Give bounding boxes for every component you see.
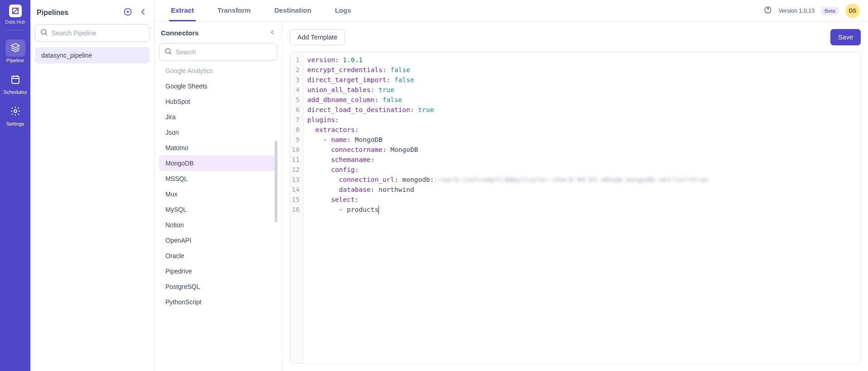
connector-item[interactable]: MySQL xyxy=(159,202,277,217)
app-name: Data Hub xyxy=(5,19,25,24)
code-line[interactable]: connection_url: mongodb://ward:coolcompt… xyxy=(307,175,857,185)
tab-logs[interactable]: Logs xyxy=(333,0,353,21)
pipelines-panel: Pipelines datasync_pipeline xyxy=(30,0,155,371)
nav-pipeline[interactable]: Pipeline xyxy=(0,36,30,68)
line-gutter: 12345678910111213141516 xyxy=(290,52,304,363)
connectors-scrollbar[interactable] xyxy=(275,77,277,268)
code-line[interactable]: config: xyxy=(307,165,857,175)
nav-settings[interactable]: Settings xyxy=(0,99,30,131)
save-button[interactable]: Save xyxy=(830,29,861,45)
connector-item[interactable]: Notion xyxy=(159,217,277,233)
svg-point-5 xyxy=(768,11,768,12)
connector-item[interactable]: MongoDB xyxy=(159,156,277,171)
code-line[interactable]: select: xyxy=(307,195,857,205)
pipelines-title: Pipelines xyxy=(37,9,68,17)
nav-schedules[interactable]: Schedules xyxy=(0,68,30,99)
connector-item[interactable]: Google Analytics xyxy=(159,66,277,78)
connectors-panel: Connectors Google AnalyticsGoogle Sheets… xyxy=(155,22,282,371)
connector-item[interactable]: PostgreSQL xyxy=(159,279,277,294)
connector-item[interactable]: Json xyxy=(159,125,277,140)
connectors-search[interactable] xyxy=(159,43,277,61)
code-line[interactable]: - name: MongoDB xyxy=(307,135,857,145)
code-line[interactable]: schemaname: xyxy=(307,155,857,165)
pipeline-search[interactable] xyxy=(35,24,150,42)
user-avatar[interactable]: DS xyxy=(845,4,860,18)
connector-item[interactable]: Google Sheets xyxy=(159,78,277,94)
editor-area: Add Template Save 1234567891011121314151… xyxy=(282,22,868,371)
tab-destination[interactable]: Destination xyxy=(272,0,313,21)
pipeline-search-input[interactable] xyxy=(52,29,145,37)
app-logo[interactable] xyxy=(9,5,22,17)
version-label: Version 1.0.13 xyxy=(778,8,815,14)
connector-item[interactable]: MSSQL xyxy=(159,171,277,186)
connector-item[interactable]: Jira xyxy=(159,109,277,125)
connectors-search-input[interactable] xyxy=(176,49,272,56)
code-line[interactable]: union_all_tables: true xyxy=(307,85,857,95)
layers-icon xyxy=(10,42,21,54)
nav-schedules-label: Schedules xyxy=(4,89,27,95)
code-line[interactable]: direct_load_to_destination: true xyxy=(307,105,857,115)
code-line[interactable]: encrypt_credentials: false xyxy=(307,65,857,75)
connector-item[interactable]: Pipedrive xyxy=(159,264,277,279)
code-line[interactable]: - products xyxy=(307,205,857,215)
chevron-left-icon[interactable] xyxy=(139,7,148,18)
connector-item[interactable]: Mux xyxy=(159,186,277,202)
calendar-icon xyxy=(10,74,21,86)
beta-badge: Beta xyxy=(821,7,839,15)
code-line[interactable]: connectorname: MongoDB xyxy=(307,145,857,155)
connector-item[interactable]: HubSpot xyxy=(159,94,277,109)
topbar: Extract Transform Destination Logs Versi… xyxy=(155,0,868,22)
svg-rect-0 xyxy=(12,76,19,83)
code-line[interactable]: direct_target_import: false xyxy=(307,75,857,85)
nav-rail: Data Hub Pipeline Schedules Settings xyxy=(0,0,30,371)
tab-transform[interactable]: Transform xyxy=(216,0,252,21)
connectors-title: Connectors xyxy=(161,29,199,37)
add-template-button[interactable]: Add Template xyxy=(290,29,345,45)
connectors-scroll-thumb[interactable] xyxy=(275,141,277,222)
code-line[interactable]: extractors: xyxy=(307,125,857,135)
code-line[interactable]: database: northwind xyxy=(307,185,857,195)
tab-extract[interactable]: Extract xyxy=(169,0,196,21)
main-area: Extract Transform Destination Logs Versi… xyxy=(155,0,868,371)
gear-icon xyxy=(10,106,21,118)
code-line[interactable]: add_dbname_column: false xyxy=(307,95,857,105)
search-icon xyxy=(164,47,172,57)
connector-item[interactable]: OpenAPI xyxy=(159,233,277,248)
plus-circle-icon[interactable] xyxy=(123,7,132,18)
help-icon[interactable] xyxy=(764,6,772,15)
connectors-list: Google AnalyticsGoogle SheetsHubSpotJira… xyxy=(159,66,277,310)
svg-point-3 xyxy=(41,29,46,34)
pipeline-item[interactable]: datasync_pipeline xyxy=(35,47,150,63)
code-content[interactable]: version: 1.0.1encrypt_credentials: false… xyxy=(304,52,860,363)
svg-point-1 xyxy=(14,110,17,112)
code-line[interactable]: plugins: xyxy=(307,115,857,125)
code-editor[interactable]: 12345678910111213141516 version: 1.0.1en… xyxy=(290,52,861,364)
svg-point-6 xyxy=(165,49,170,54)
tabs: Extract Transform Destination Logs xyxy=(163,0,353,21)
connector-item[interactable]: Matomo xyxy=(159,140,277,156)
connector-item[interactable]: PythonScript xyxy=(159,294,277,310)
connector-item[interactable]: Oracle xyxy=(159,248,277,264)
rail-divider xyxy=(7,30,24,30)
connectors-collapse-icon[interactable] xyxy=(269,29,276,37)
code-line[interactable]: version: 1.0.1 xyxy=(307,55,857,65)
search-icon xyxy=(40,28,48,38)
nav-pipeline-label: Pipeline xyxy=(6,58,24,63)
nav-settings-label: Settings xyxy=(6,121,24,127)
text-cursor xyxy=(378,206,379,214)
